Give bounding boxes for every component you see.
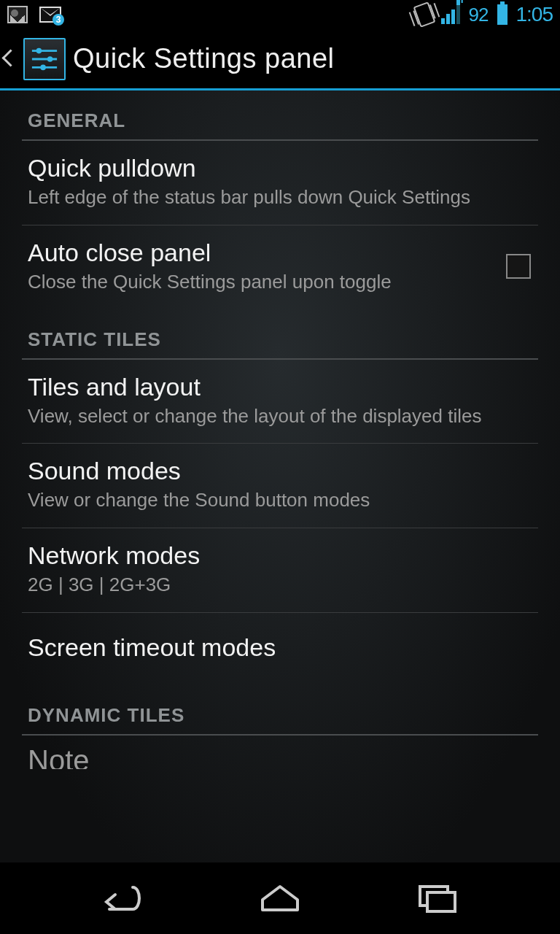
nav-recents-button[interactable] [405,880,470,916]
page-title: Quick Settings panel [73,43,335,74]
nav-back-button[interactable] [90,880,155,916]
action-bar: Quick Settings panel [0,29,560,90]
section-header-dynamic-tiles: DYNAMIC TILES [0,685,560,734]
signal-icon: H [441,5,460,24]
pref-title: Sound modes [28,457,538,485]
section-header-general: GENERAL [0,90,560,139]
pref-summary: View, select or change the layout of the… [28,404,538,429]
pref-tiles-and-layout[interactable]: Tiles and layout View, select or change … [0,360,560,444]
settings-sliders-icon[interactable] [23,38,66,80]
nav-home-button[interactable] [247,880,313,916]
vibrate-icon [413,1,435,28]
svg-point-5 [40,64,46,70]
pref-title: Auto close panel [28,239,491,267]
pref-title: Screen timeout modes [28,633,538,662]
navigation-bar [0,862,560,934]
pref-auto-close-panel[interactable]: Auto close panel Close the Quick Setting… [0,225,560,309]
pref-title: Note [28,746,538,769]
pref-note[interactable]: Note [0,736,560,769]
pref-summary: 2G | 3G | 2G+3G [28,573,538,598]
pref-summary: Left edge of the status bar pulls down Q… [28,185,538,210]
clock: 1:05 [516,3,553,26]
svg-rect-7 [427,892,455,911]
gmail-notification-icon: 3 [39,7,61,23]
back-chevron-icon[interactable] [1,45,16,74]
battery-percent: 92 [469,4,489,26]
pref-quick-pulldown[interactable]: Quick pulldown Left edge of the status b… [0,141,560,225]
pref-sound-modes[interactable]: Sound modes View or change the Sound but… [0,444,560,528]
section-header-static-tiles: STATIC TILES [0,309,560,358]
pref-summary: Close the Quick Settings panel upon togg… [28,270,491,295]
battery-icon [497,4,508,25]
checkbox[interactable] [506,254,531,279]
settings-list[interactable]: GENERAL Quick pulldown Left edge of the … [0,90,560,862]
svg-point-4 [47,56,53,62]
pref-network-modes[interactable]: Network modes 2G | 3G | 2G+3G [0,528,560,612]
pref-title: Quick pulldown [28,154,538,182]
gmail-badge: 3 [52,14,64,26]
pref-title: Tiles and layout [28,373,538,401]
pref-screen-timeout-modes[interactable]: Screen timeout modes [0,613,560,685]
pref-title: Network modes [28,541,538,570]
gallery-notification-icon [7,6,28,23]
pref-summary: View or change the Sound button modes [28,488,538,513]
svg-point-3 [36,47,42,53]
status-bar[interactable]: 3 H 92 1:05 [0,0,560,29]
